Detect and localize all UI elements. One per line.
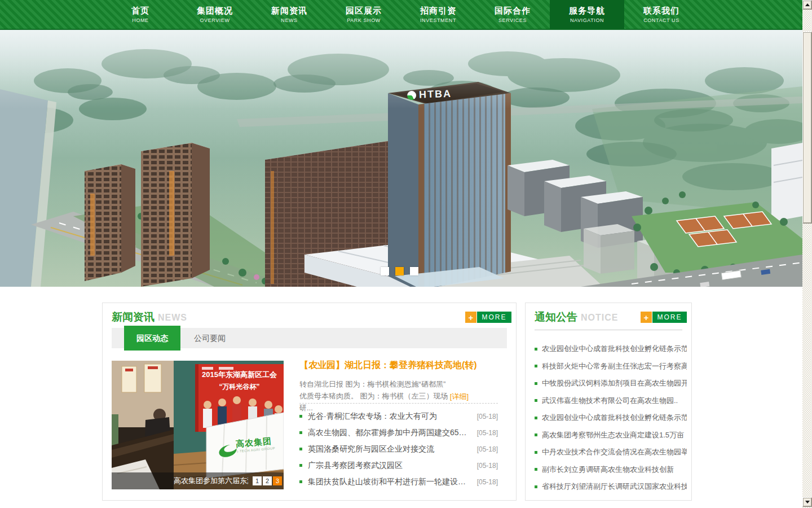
bullet-icon xyxy=(535,485,537,488)
notice-list-item[interactable]: 科技部火炬中心常务副主任张志宏一行考察高.. xyxy=(535,358,687,375)
news-list-item[interactable]: 光谷·青桐汇华农专场：农业大有可为 [05-18] xyxy=(299,408,498,424)
notice-item-title: 高农集团考察鄂州生态农业商定建设1.5万亩 xyxy=(542,430,687,440)
news-list-item[interactable]: 广宗县考察团考察武汉园区 [05-18] xyxy=(299,457,498,474)
bullet-icon xyxy=(299,431,302,434)
notice-list-item[interactable]: 武汉伟嘉生物技术有限公司在高农生物园.. xyxy=(535,392,687,410)
news-list: 光谷·青桐汇华农专场：农业大有可为 [05-18] 高农生物园、都尔霍姆参加中丹… xyxy=(299,408,498,490)
detail-link[interactable]: [详细] xyxy=(450,391,469,402)
hero-carousel-indicators xyxy=(381,267,418,275)
building-sign: HTBA xyxy=(407,88,452,102)
photo-page-number[interactable]: 3 xyxy=(273,476,282,485)
nav-item[interactable]: 服务导航 NAVIGATION xyxy=(550,0,624,29)
scroll-down-button[interactable] xyxy=(802,497,812,507)
nav-item[interactable]: 招商引资 INVESTMENT xyxy=(401,0,475,29)
photo-banner-line2: “万科光谷杯” xyxy=(195,382,284,392)
nav-item-label-en: CONTACT US xyxy=(643,17,679,23)
news-item-date: [05-18] xyxy=(477,445,498,453)
nav-item[interactable]: 国际合作 SERVICES xyxy=(475,0,550,29)
notice-list-item[interactable]: 省科技厅刘望清副厅长调研武汉国家农业科技.. xyxy=(535,478,687,496)
notice-panel-header: 通知公告 NOTICE xyxy=(535,310,618,325)
bullet-icon xyxy=(535,348,537,351)
scrollbar-thumb[interactable] xyxy=(802,32,812,224)
vertical-scrollbar[interactable] xyxy=(802,0,812,508)
more-label: MORE xyxy=(477,312,511,323)
carousel-dot[interactable] xyxy=(381,267,389,275)
notice-item-title: 农业园创业中心成首批科技创业孵化链条示范.. xyxy=(542,344,687,354)
nav-item-label-en: INVESTMENT xyxy=(420,17,456,23)
news-tab[interactable]: 园区动态 xyxy=(124,326,180,351)
notice-divider xyxy=(535,330,682,330)
hero-banner: HTBA xyxy=(0,30,802,287)
htba-logo-icon xyxy=(407,90,417,100)
nav-item[interactable]: 联系我们 CONTACT US xyxy=(624,0,699,29)
nav-item-label-zh: 国际合作 xyxy=(495,6,531,16)
news-panel-header: 新闻资讯 NEWS xyxy=(112,310,187,325)
news-list-item[interactable]: 集团扶贫队赴山坡街和平村进行新一轮建设工作 [05-18] xyxy=(299,474,498,490)
notice-more-button[interactable]: + MORE xyxy=(641,312,687,323)
notice-item-title: 科技部火炬中心常务副主任张志宏一行考察高.. xyxy=(542,361,687,371)
nav-item-label-en: PARK SHOW xyxy=(347,17,381,23)
news-list-item[interactable]: 英国洛桑研究所与园区企业对接交流 [05-18] xyxy=(299,441,498,457)
notice-title-zh: 通知公告 xyxy=(535,310,577,325)
nav-item[interactable]: 集团概况 OVERVIEW xyxy=(178,0,252,29)
nav-item[interactable]: 首页 HOME xyxy=(103,0,178,29)
notice-item-title: 中牧股份武汉饲料添加剂项目在高农生物园开..… xyxy=(542,378,687,388)
nav-item[interactable]: 园区展示 PARK SHOW xyxy=(326,0,401,29)
news-tab-bar: 园区动态 公司要闻 xyxy=(112,328,507,348)
news-list-item[interactable]: 高农生物园、都尔霍姆参加中丹两国建交65周… [05-18] xyxy=(299,424,498,441)
bullet-icon xyxy=(299,480,302,483)
notice-item-title: 省科技厅刘望清副厅长调研武汉国家农业科技.. xyxy=(542,481,687,492)
notice-list-item[interactable]: 副市长刘立勇调研高农生物农业科技创新 xyxy=(535,461,687,479)
carousel-dot[interactable] xyxy=(395,267,404,275)
bullet-icon xyxy=(535,365,537,367)
more-label: MORE xyxy=(652,312,687,323)
hero-illustration xyxy=(0,30,802,287)
bullet-icon xyxy=(535,451,537,454)
featured-news-title[interactable]: 【农业园】湖北日报：攀登养猪科技高地(转) xyxy=(299,360,498,371)
news-title-en: NEWS xyxy=(158,313,187,323)
news-item-title: 集团扶贫队赴山坡街和平村进行新一轮建设工作 xyxy=(308,477,477,487)
photo-page-number[interactable]: 2 xyxy=(263,476,272,485)
top-navigation: 首页 HOME 集团概况 OVERVIEW 新闻资讯 NEWS 园区展示 PAR… xyxy=(0,0,802,30)
news-panel: 新闻资讯 NEWS + MORE 园区动态 公司要闻 xyxy=(102,303,517,501)
notice-list-item[interactable]: 农业园创业中心成首批科技创业孵化链条示范 xyxy=(535,409,687,427)
nav-item-label-zh: 集团概况 xyxy=(197,6,233,16)
news-item-date: [05-18] xyxy=(477,429,498,437)
dashed-separator xyxy=(299,403,498,404)
notice-list: 农业园创业中心成首批科技创业孵化链条示范.. 科技部火炬中心常务副主任张志宏一行… xyxy=(535,340,687,496)
notice-list-item[interactable]: 中牧股份武汉饲料添加剂项目在高农生物园开..… xyxy=(535,375,687,392)
bullet-icon xyxy=(535,417,537,419)
news-item-title: 高农生物园、都尔霍姆参加中丹两国建交65周… xyxy=(308,428,477,438)
news-item-date: [05-18] xyxy=(477,462,498,470)
news-photo-carousel[interactable]: 2015年东湖高新区工会 “万科光谷杯” 高农集团 I-TECH AGRI GR… xyxy=(112,361,284,489)
photo-pagination: 1 2 3 xyxy=(253,476,282,485)
notice-list-item[interactable]: 中丹农业技术合作交流会情况在高农生物园举 xyxy=(535,444,687,461)
news-item-title: 光谷·青桐汇华农专场：农业大有可为 xyxy=(308,411,477,422)
news-more-button[interactable]: + MORE xyxy=(465,312,511,323)
photo-caption-text[interactable]: 高农集团参加第六届东湖 xyxy=(174,476,248,486)
news-item-date: [05-18] xyxy=(477,413,498,421)
bullet-icon xyxy=(535,382,537,385)
news-item-title: 广宗县考察团考察武汉园区 xyxy=(308,461,477,471)
news-tab[interactable]: 公司要闻 xyxy=(180,328,239,348)
notice-item-title: 农业园创业中心成首批科技创业孵化链条示范 xyxy=(542,413,687,423)
scroll-up-button[interactable] xyxy=(802,0,812,10)
notice-list-item[interactable]: 高农集团考察鄂州生态农业商定建设1.5万亩 xyxy=(535,427,687,444)
photo-page-number[interactable]: 1 xyxy=(253,476,262,485)
building-sign-text: HTBA xyxy=(419,88,452,101)
notice-title-en: NOTICE xyxy=(581,313,618,323)
bullet-icon xyxy=(299,415,302,418)
nav-item[interactable]: 新闻资讯 NEWS xyxy=(252,0,326,29)
nav-item-label-en: NAVIGATION xyxy=(570,17,604,23)
arrow-up-icon xyxy=(805,3,810,6)
featured-news-excerpt-text: 转自湖北日报 图为：梅书棋检测恩施“硒都黑”优质母本猪肉质。 图为：梅书棋（左三… xyxy=(299,380,448,412)
nav-item-label-en: OVERVIEW xyxy=(200,17,230,23)
notice-list-item[interactable]: 农业园创业中心成首批科技创业孵化链条示范.. xyxy=(535,340,687,358)
news-item-title: 英国洛桑研究所与园区企业对接交流 xyxy=(308,444,477,454)
news-title-zh: 新闻资讯 xyxy=(112,310,155,325)
carousel-dot[interactable] xyxy=(410,267,418,275)
bullet-icon xyxy=(299,464,302,467)
news-item-date: [05-18] xyxy=(477,478,498,486)
photo-banner-line1: 2015年东湖高新区工会 xyxy=(195,370,284,380)
arrow-down-icon xyxy=(805,501,810,503)
